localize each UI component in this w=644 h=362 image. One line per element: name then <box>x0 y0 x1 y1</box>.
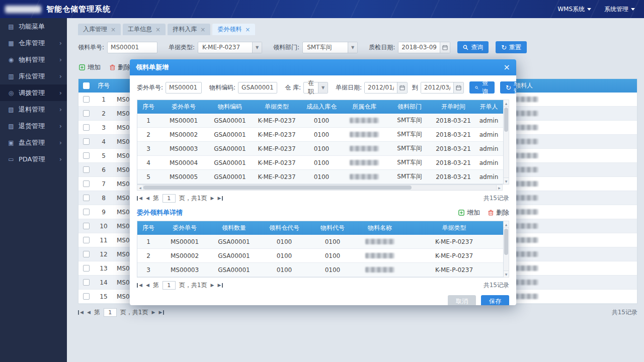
scrollbar-thumb[interactable] <box>504 229 508 255</box>
cell: SMT车间 <box>387 156 432 169</box>
row-checkbox[interactable] <box>83 209 90 215</box>
row-checkbox[interactable] <box>83 279 90 286</box>
row-checkbox[interactable] <box>83 265 90 272</box>
horizontal-scrollbar[interactable]: ◀ ▶ <box>137 185 503 191</box>
last-page-button[interactable]: ▶ <box>217 196 223 201</box>
material-code-input[interactable] <box>238 82 277 94</box>
modal-search-button[interactable]: 查询 <box>469 81 495 94</box>
qc-date-input[interactable] <box>398 42 440 53</box>
chevron-down-icon: ▼ <box>348 42 357 53</box>
table-row[interactable]: 3MS00003GSA0000101000100K-ME-P-0237 <box>137 263 503 277</box>
table-row[interactable]: 2MS00002GSA0000101000100K-ME-P-0237 <box>137 249 503 263</box>
table-row[interactable]: 3MS00003GSA00001K-ME-P-02370100SMT车间2018… <box>137 142 503 156</box>
sidebar-item-stocktake[interactable]: ▣ 盘点管理 › <box>0 134 67 151</box>
add-button[interactable]: 增加 <box>79 63 101 72</box>
row-checkbox[interactable] <box>83 124 90 131</box>
scrollbar-thumb[interactable] <box>504 108 508 132</box>
close-icon[interactable]: × <box>504 63 510 71</box>
sidebar-item-return-goods[interactable]: ▨ 退货管理 › <box>0 118 67 134</box>
tab-outsource-picking[interactable]: 委外领料 × <box>212 24 255 35</box>
next-page-button[interactable]: ▶ <box>151 310 155 315</box>
row-checkbox[interactable] <box>83 138 90 145</box>
sidebar-item-transfer[interactable]: ◎ 调拨管理 › <box>0 84 67 101</box>
detail-delete-button[interactable]: 删除 <box>488 208 509 217</box>
first-page-button[interactable]: ◀ <box>78 310 84 315</box>
outsource-no-input[interactable] <box>166 82 202 94</box>
scroll-up-icon[interactable]: ▲ <box>504 221 509 228</box>
cell: 2018-03-21 <box>432 142 474 155</box>
row-checkbox[interactable] <box>83 96 90 103</box>
first-page-button[interactable]: ◀ <box>137 196 142 201</box>
order-no-input[interactable] <box>107 42 157 53</box>
cell: 0100 <box>310 263 355 277</box>
date-from-input[interactable] <box>365 82 397 93</box>
row-checkbox[interactable] <box>83 110 90 117</box>
save-button[interactable]: 保存 <box>481 295 509 305</box>
prev-page-button[interactable]: ◀ <box>146 196 149 201</box>
next-page-button[interactable]: ▶ <box>210 196 214 201</box>
system-manage-menu[interactable]: 系统管理 <box>604 5 635 14</box>
close-icon[interactable]: × <box>155 27 160 33</box>
reset-button[interactable]: ↻ 重置 <box>496 41 527 53</box>
close-icon[interactable]: × <box>111 27 116 33</box>
row-checkbox[interactable] <box>83 180 90 187</box>
sidebar-item-return-material[interactable]: ▧ 退料管理 › <box>0 101 67 118</box>
tab-workorder[interactable]: 工单信息 × <box>123 24 166 35</box>
detail-add-button[interactable]: 增加 <box>458 208 480 217</box>
sidebar-item-pda[interactable]: ▭ PDA管理 › <box>0 151 67 167</box>
next-page-button[interactable]: ▶ <box>210 283 214 288</box>
row-checkbox[interactable] <box>83 251 90 257</box>
scroll-right-icon[interactable]: ▶ <box>496 185 503 191</box>
tab-mixing-inbound[interactable]: 拌料入库 × <box>168 24 210 35</box>
row-checkbox[interactable] <box>83 166 90 173</box>
first-page-button[interactable]: ◀ <box>137 283 142 288</box>
calendar-icon[interactable] <box>453 82 463 93</box>
prev-page-button[interactable]: ◀ <box>87 310 91 315</box>
last-page-button[interactable]: ▶ <box>158 310 164 315</box>
sidebar-item-material[interactable]: ◉ 物料管理 › <box>0 51 67 68</box>
modal-reset-button[interactable]: ↻ 重置 <box>500 81 516 94</box>
warehouse-select[interactable]: 在职 ▼ <box>303 82 328 94</box>
page-input[interactable] <box>163 281 176 290</box>
row-checkbox[interactable] <box>83 293 90 300</box>
page-input[interactable] <box>163 194 176 203</box>
sidebar-item-warehouse[interactable]: ▦ 仓库管理 › <box>0 35 67 51</box>
last-page-button[interactable]: ▶ <box>217 283 223 288</box>
prev-page-button[interactable]: ◀ <box>146 283 149 288</box>
select-all-checkbox[interactable] <box>83 82 90 89</box>
page-input[interactable] <box>104 308 117 317</box>
row-checkbox[interactable] <box>83 152 90 159</box>
scroll-left-icon[interactable]: ◀ <box>137 185 143 191</box>
tab-inbound[interactable]: 入库管理 × <box>78 24 121 35</box>
wms-system-menu[interactable]: WMS系统 <box>557 5 591 14</box>
close-icon[interactable]: × <box>200 27 205 33</box>
search-button[interactable]: 查询 <box>457 41 489 53</box>
cell: 15 <box>94 290 114 303</box>
table-row[interactable]: 5MS00005GSA00001K-ME-P-02370100SMT车间2018… <box>137 170 503 184</box>
chevron-right-icon: › <box>59 72 62 80</box>
row-checkbox[interactable] <box>83 237 90 243</box>
sidebar-item-location[interactable]: ▥ 库位管理 › <box>0 68 67 84</box>
table-row[interactable]: 2MS00002GSA00001K-ME-P-02370100SMT车间2018… <box>137 128 503 142</box>
scroll-down-icon[interactable]: ▼ <box>504 177 509 184</box>
scroll-down-icon[interactable]: ▼ <box>504 270 509 277</box>
doc-type-select[interactable]: K-ME-P-0237 ▼ <box>198 42 262 53</box>
delete-button[interactable]: 删除 <box>110 63 131 72</box>
table-row[interactable]: 4MS00004GSA00001K-ME-P-02370100SMT车间2018… <box>137 156 503 170</box>
table-row[interactable]: 1MS00001GSA00001K-ME-P-02370100SMT车间2018… <box>137 114 503 128</box>
dept-select[interactable]: SMT车间 ▼ <box>302 42 358 53</box>
scroll-up-icon[interactable]: ▲ <box>504 100 509 107</box>
close-icon[interactable]: × <box>245 27 250 33</box>
row-checkbox[interactable] <box>83 223 90 229</box>
cancel-button[interactable]: 取消 <box>448 295 476 305</box>
date-to-input[interactable] <box>421 82 453 93</box>
calendar-icon[interactable] <box>397 82 407 93</box>
cell: 2 <box>137 249 159 262</box>
table-row[interactable]: 1MS00001GSA0000101000100K-ME-P-0237 <box>137 235 503 249</box>
calendar-icon[interactable] <box>440 42 450 53</box>
vertical-scrollbar[interactable]: ▲ ▼ <box>504 100 509 185</box>
sidebar-item-function-menu[interactable]: ▤ 功能菜单 <box>0 18 67 35</box>
scrollbar-thumb[interactable] <box>143 186 412 190</box>
row-checkbox[interactable] <box>83 195 90 201</box>
vertical-scrollbar[interactable]: ▲ ▼ <box>504 221 509 278</box>
